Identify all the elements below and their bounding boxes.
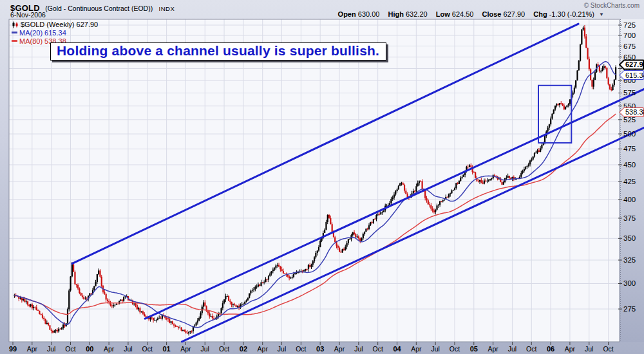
svg-text:99: 99 — [9, 345, 17, 353]
svg-text:615.34: 615.34 — [625, 71, 644, 79]
chg-value: -1.30 (-0.21%) — [549, 10, 594, 18]
svg-text:Apr: Apr — [565, 345, 576, 353]
svg-text:350: 350 — [623, 234, 636, 242]
svg-text:Jul: Jul — [508, 345, 516, 353]
svg-text:Apr: Apr — [411, 345, 422, 353]
stockcharts-watermark: © StockCharts.com — [584, 2, 639, 9]
chg-down-arrow-icon: ▼ — [599, 12, 604, 17]
svg-text:03: 03 — [316, 345, 324, 353]
svg-text:Oct: Oct — [373, 345, 383, 353]
stockcharts-chart-page: 7257006756506256005755505255004754504254… — [0, 0, 644, 354]
close-value: 627.90 — [504, 10, 526, 18]
svg-text:04: 04 — [393, 345, 401, 353]
svg-text:375: 375 — [623, 214, 636, 222]
svg-text:Oct: Oct — [526, 345, 536, 353]
svg-text:725: 725 — [623, 21, 636, 29]
svg-text:425: 425 — [623, 178, 636, 185]
svg-text:Oct: Oct — [142, 345, 153, 353]
high-value: 632.20 — [406, 10, 428, 18]
svg-text:Oct: Oct — [450, 345, 460, 353]
svg-text:675: 675 — [623, 42, 636, 50]
svg-text:Jul: Jul — [47, 345, 55, 353]
x-axis-labels: 99AprJulOct00AprJulOct01AprJulOct02AprJu… — [9, 342, 614, 353]
legend-main: $GOLD (Weekly) 627.90 — [12, 21, 98, 29]
svg-text:450: 450 — [623, 161, 636, 169]
price-tag-last: 627.90 — [620, 60, 644, 69]
chart-date: 6-Nov-2006 — [10, 11, 46, 19]
svg-text:Apr: Apr — [488, 345, 498, 353]
svg-text:Jul: Jul — [431, 345, 439, 353]
legend-ma20: MA(20) 615.34 — [12, 29, 98, 37]
svg-text:Oct: Oct — [219, 345, 229, 353]
svg-text:475: 475 — [623, 145, 636, 153]
low-value: 624.50 — [452, 10, 474, 18]
close-label: Close — [482, 10, 502, 18]
price-tag-ma20: 615.34 — [620, 71, 644, 80]
svg-text:275: 275 — [623, 305, 636, 313]
svg-text:Apr: Apr — [27, 345, 38, 353]
ticker-description: (Gold - Continuous Contract (EOD)) — [45, 5, 153, 12]
svg-text:Oct: Oct — [65, 345, 75, 353]
svg-text:500: 500 — [623, 130, 636, 138]
svg-text:06: 06 — [547, 345, 554, 353]
low-label: Low — [436, 10, 450, 18]
annotation-callout: Holding above a channel usually is super… — [50, 42, 386, 61]
ma80-swatch — [12, 40, 17, 42]
svg-text:Apr: Apr — [104, 345, 115, 353]
svg-text:Oct: Oct — [296, 345, 306, 353]
quote-bar: Open 630.00 High 632.20 Low 624.50 Close… — [338, 10, 604, 18]
svg-text:627.90: 627.90 — [625, 61, 644, 68]
svg-text:00: 00 — [86, 345, 93, 353]
open-label: Open — [338, 10, 356, 18]
svg-text:Jul: Jul — [278, 345, 286, 353]
svg-text:700: 700 — [623, 32, 636, 39]
svg-text:Jul: Jul — [585, 345, 593, 353]
svg-text:Jul: Jul — [124, 345, 132, 353]
chg-label: Chg — [533, 10, 547, 18]
svg-text:325: 325 — [623, 256, 636, 264]
candlestick-icon — [12, 21, 19, 28]
svg-text:02: 02 — [240, 345, 247, 353]
svg-text:Jul: Jul — [201, 345, 209, 353]
svg-text:575: 575 — [623, 89, 636, 97]
svg-text:Apr: Apr — [334, 345, 345, 353]
svg-text:Oct: Oct — [603, 345, 613, 353]
svg-text:05: 05 — [470, 345, 478, 353]
price-tag-ma80: 538.38 — [620, 107, 644, 116]
ma20-swatch — [12, 32, 17, 33]
svg-text:400: 400 — [623, 196, 636, 203]
open-value: 630.00 — [358, 10, 380, 18]
ticker-exchange: INDX — [159, 5, 175, 12]
svg-text:Apr: Apr — [180, 345, 191, 353]
svg-text:Jul: Jul — [354, 345, 363, 353]
svg-text:01: 01 — [162, 345, 170, 353]
svg-text:300: 300 — [623, 279, 636, 287]
svg-text:Apr: Apr — [258, 345, 269, 353]
high-label: High — [388, 10, 403, 18]
svg-text:538.38: 538.38 — [625, 108, 644, 116]
